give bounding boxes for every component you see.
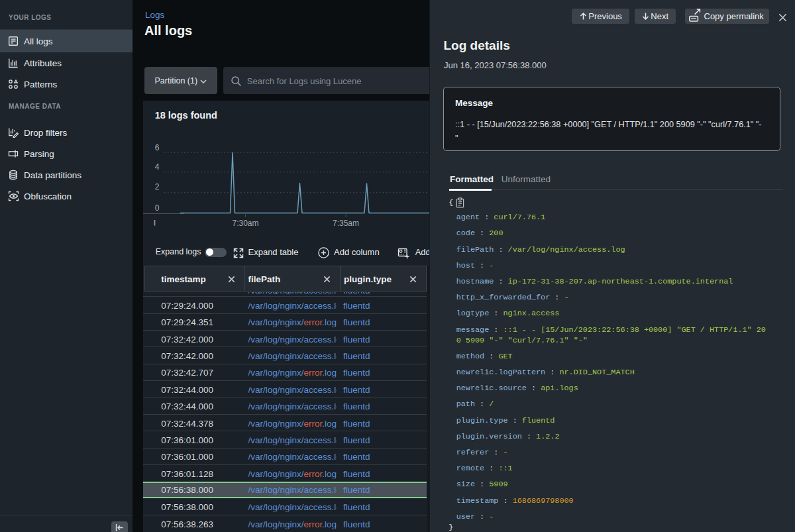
svg-text:7:30am: 7:30am: [232, 218, 258, 227]
svg-text:6: 6: [155, 143, 160, 152]
svg-text:7:35am: 7:35am: [333, 218, 359, 227]
svg-text:0: 0: [155, 203, 160, 213]
svg-text:2: 2: [155, 182, 160, 191]
svg-text:4: 4: [155, 162, 160, 172]
